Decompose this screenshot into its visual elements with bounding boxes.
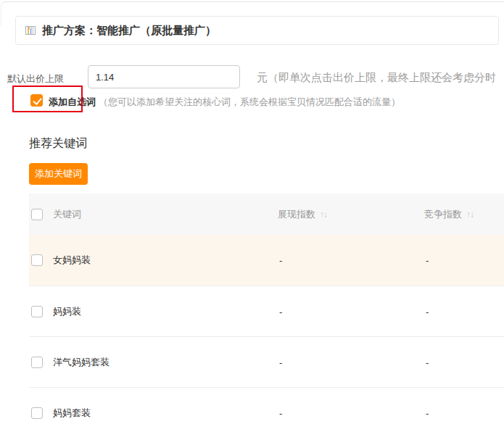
- keyword-cell: 妈妈装: [53, 305, 81, 318]
- competition-cell: -: [426, 407, 429, 418]
- row-checkbox[interactable]: [31, 254, 43, 266]
- keyword-cell: 女妈妈装: [53, 254, 91, 267]
- keyword-table: 关键词 展现指数↑↓ 竞争指数↑↓ 女妈妈装 - - 妈妈装 - - 洋气妈妈套…: [29, 193, 504, 437]
- add-keyword-button[interactable]: 添加关键词: [29, 163, 88, 185]
- row-checkbox[interactable]: [31, 357, 43, 368]
- competition-sort-icon[interactable]: ↑↓: [466, 209, 474, 220]
- column-header-impression: 展现指数↑↓: [278, 208, 327, 221]
- row-checkbox[interactable]: [31, 407, 43, 419]
- column-header-competition: 竞争指数↑↓: [424, 208, 474, 221]
- impression-sort-icon[interactable]: ↑↓: [320, 209, 327, 220]
- bid-limit-input[interactable]: [88, 65, 240, 88]
- competition-cell: -: [426, 357, 429, 367]
- add-custom-words-hint: （您可以添加希望关注的核心词，系统会根据宝贝情况匹配合适的流量）: [99, 96, 400, 109]
- row-checkbox[interactable]: [31, 306, 43, 317]
- plan-title: 推广方案：智能推广（原批量推广）: [42, 24, 216, 38]
- table-row: 女妈妈装 - -: [29, 235, 504, 286]
- competition-cell: -: [426, 255, 429, 266]
- impression-cell: -: [279, 255, 282, 266]
- add-custom-words-label: 添加自选词: [49, 96, 96, 109]
- competition-cell: -: [426, 306, 429, 317]
- table-row: 妈妈套装 - -: [29, 387, 504, 437]
- keyword-table-header: 关键词 展现指数↑↓ 竞争指数↑↓: [29, 193, 504, 235]
- keyword-cell: 洋气妈妈套装: [53, 356, 110, 369]
- plan-icon: [25, 25, 36, 36]
- select-all-checkbox[interactable]: [31, 209, 43, 220]
- table-row: 洋气妈妈套装 - -: [29, 336, 504, 387]
- bid-limit-note: 元（即单次点击出价上限，最终上限还会考虑分时: [257, 71, 496, 85]
- keyword-cell: 妈妈套装: [53, 407, 91, 420]
- column-header-keyword: 关键词: [53, 208, 81, 221]
- impression-cell: -: [279, 357, 282, 367]
- bid-limit-label: 默认出价上限: [7, 72, 64, 86]
- plan-header-card: 推广方案：智能推广（原批量推广）: [15, 16, 499, 45]
- recommended-keywords-title: 推荐关键词: [29, 136, 87, 151]
- impression-cell: -: [279, 306, 282, 317]
- table-row: 妈妈装 - -: [29, 286, 504, 336]
- impression-cell: -: [279, 407, 282, 418]
- smart-promotion-page: { "header": { "title": "推广方案：智能推广（原批量推广）…: [0, 0, 504, 437]
- add-custom-words-checkbox[interactable]: [30, 94, 43, 107]
- keyword-table-body: 女妈妈装 - - 妈妈装 - - 洋气妈妈套装 - - 妈妈套装 - -: [29, 235, 504, 437]
